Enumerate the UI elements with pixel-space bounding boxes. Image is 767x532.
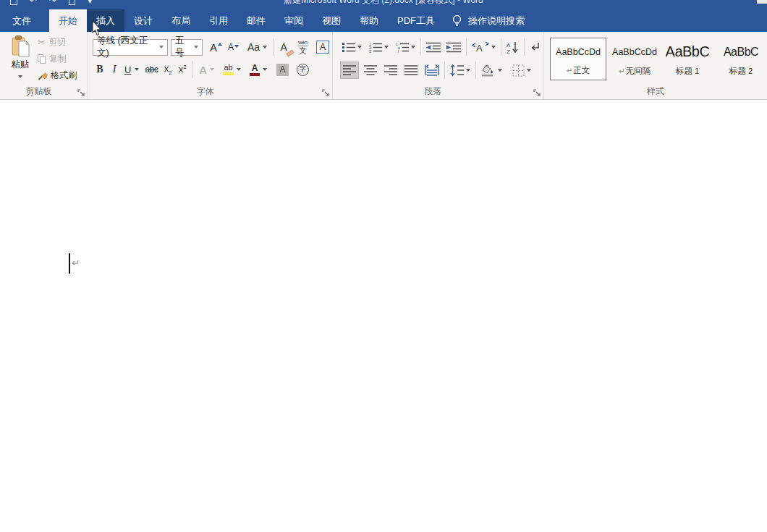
font-color-button[interactable]: A — [247, 61, 270, 78]
paste-label: 粘贴 — [12, 59, 30, 71]
cut-label: 剪切 — [48, 36, 66, 48]
numbering-dropdown-icon[interactable] — [384, 46, 389, 48]
document-canvas[interactable]: ↵ — [0, 101, 767, 532]
text-effects-button[interactable]: A — [196, 61, 217, 78]
tab-file[interactable]: 文件 — [2, 9, 41, 32]
tab-home[interactable]: 开始 — [49, 9, 87, 32]
superscript-icon: x2 — [179, 64, 187, 75]
italic-icon: I — [113, 64, 116, 75]
decrease-indent-icon — [426, 42, 441, 53]
tab-mailings[interactable]: 邮件 — [237, 9, 275, 32]
decrease-indent-button[interactable] — [424, 38, 443, 56]
scissors-icon: ✂ — [38, 37, 46, 48]
line-spacing-dropdown-icon[interactable] — [466, 69, 470, 72]
strikethrough-button[interactable]: abc — [142, 61, 161, 78]
character-border-button[interactable]: A — [313, 38, 332, 56]
phonetic-guide-button[interactable]: wén 文 — [295, 38, 310, 56]
font-size-combo[interactable]: 五号 — [171, 39, 203, 56]
font-name-combo[interactable]: 等线 (西文正文) — [93, 39, 168, 56]
paragraph-group-label: 段落 — [333, 85, 533, 98]
justify-button[interactable] — [402, 62, 420, 79]
character-shading-button[interactable]: A — [274, 61, 292, 78]
style-heading1-preview: AaBbC — [666, 38, 710, 66]
ribbon-options-icon[interactable] — [757, 0, 767, 4]
style-heading2-preview: AaBbC — [724, 38, 758, 66]
grow-font-button[interactable]: A — [207, 38, 225, 56]
style-heading2-name: 标题 2 — [729, 66, 753, 77]
tab-view[interactable]: 视图 — [313, 9, 350, 32]
grow-font-icon: A — [210, 41, 217, 54]
style-heading2[interactable]: AaBbC 标题 2 — [715, 38, 767, 80]
format-painter-button[interactable]: 格式刷 — [38, 69, 77, 81]
strikethrough-icon: abc — [145, 64, 158, 75]
borders-dropdown-icon[interactable] — [527, 69, 531, 72]
font-color-dropdown-icon[interactable] — [263, 68, 267, 71]
paste-button[interactable]: 粘贴 — [6, 35, 35, 86]
copy-button[interactable]: 复制 — [38, 53, 77, 64]
asian-layout-dropdown-icon[interactable] — [491, 46, 496, 48]
highlight-dropdown-icon[interactable] — [237, 68, 241, 71]
sort-button[interactable]: A Z — [504, 38, 521, 56]
character-shading-icon: A — [276, 64, 289, 76]
clipboard-dialog-launcher-icon[interactable] — [77, 89, 85, 97]
shrink-font-icon: A — [228, 42, 234, 52]
tab-help[interactable]: 帮助 — [350, 9, 388, 32]
style-normal[interactable]: AaBbCcDd ↵正文 — [550, 38, 606, 80]
paragraph-dialog-launcher-icon[interactable] — [533, 89, 541, 97]
highlight-color-button[interactable]: ab — [220, 61, 244, 78]
numbering-button[interactable]: 1 2 3 — [367, 38, 391, 56]
increase-indent-button[interactable] — [444, 38, 463, 56]
bullets-button[interactable] — [340, 38, 364, 56]
multilevel-list-icon: 1 a i — [396, 42, 409, 53]
align-center-button[interactable] — [362, 62, 379, 79]
word-window: ↶ ↷ ▾ 新建Microsoft Word 文档 (2).docx [兼容模式… — [0, 0, 767, 532]
subscript-icon: x2 — [164, 63, 172, 76]
copy-icon — [38, 54, 46, 64]
paste-dropdown-icon[interactable] — [18, 75, 22, 78]
shading-button[interactable] — [479, 62, 504, 79]
shrink-font-button[interactable]: A — [225, 38, 242, 56]
shading-dropdown-icon[interactable] — [498, 69, 502, 72]
underline-dropdown-icon[interactable] — [135, 68, 139, 71]
bold-button[interactable]: B — [93, 61, 107, 78]
tab-references[interactable]: 引用 — [200, 9, 237, 32]
italic-button[interactable]: I — [107, 61, 122, 78]
change-case-button[interactable]: Aa — [245, 38, 270, 56]
group-styles: AaBbCcDd ↵正文 AaBbCcDd ↵无间隔 AaBbC 标题 1 Aa… — [544, 32, 767, 99]
borders-button[interactable] — [510, 62, 533, 79]
svg-text:Z: Z — [507, 48, 510, 54]
align-right-button[interactable] — [382, 62, 399, 79]
style-heading1[interactable]: AaBbC 标题 1 — [663, 38, 712, 80]
align-left-button[interactable] — [340, 62, 359, 79]
cut-button[interactable]: ✂ 剪切 — [38, 36, 77, 48]
bullets-icon — [342, 42, 355, 53]
tab-review[interactable]: 审阅 — [275, 9, 313, 32]
tab-design[interactable]: 设计 — [124, 9, 162, 32]
highlight-color-icon: ab — [223, 64, 234, 75]
distribute-button[interactable] — [423, 62, 441, 79]
bullets-dropdown-icon[interactable] — [357, 46, 362, 48]
group-paragraph: 1 2 3 1 a i — [333, 32, 544, 99]
multilevel-dropdown-icon[interactable] — [411, 46, 415, 48]
increase-indent-icon — [446, 42, 461, 53]
clear-formatting-button[interactable]: A — [276, 38, 291, 56]
tab-layout[interactable]: 布局 — [162, 9, 200, 32]
tell-me-search[interactable]: 操作说明搜索 — [452, 9, 525, 32]
tell-me-label: 操作说明搜索 — [468, 14, 525, 28]
superscript-button[interactable]: x2 — [175, 61, 190, 78]
style-no-spacing[interactable]: AaBbCcDd ↵无间隔 — [609, 38, 660, 80]
multilevel-list-button[interactable]: 1 a i — [394, 38, 418, 56]
svg-text:A: A — [507, 41, 511, 48]
asian-layout-button[interactable]: A — [470, 38, 498, 56]
enclose-characters-button[interactable]: 字 — [294, 61, 312, 78]
window-title: 新建Microsoft Word 文档 (2).docx [兼容模式] - Wo… — [0, 0, 767, 7]
numbering-icon: 1 2 3 — [369, 42, 382, 53]
tab-pdf-tools[interactable]: PDF工具 — [388, 9, 444, 32]
line-spacing-button[interactable] — [448, 62, 473, 79]
clipboard-group-label: 剪贴板 — [0, 85, 77, 98]
asian-layout-icon: A — [472, 41, 489, 53]
show-hide-marks-button[interactable] — [527, 38, 543, 56]
font-dialog-launcher-icon[interactable] — [322, 89, 330, 97]
subscript-button[interactable]: x2 — [161, 61, 175, 78]
underline-button[interactable]: U — [122, 61, 142, 78]
